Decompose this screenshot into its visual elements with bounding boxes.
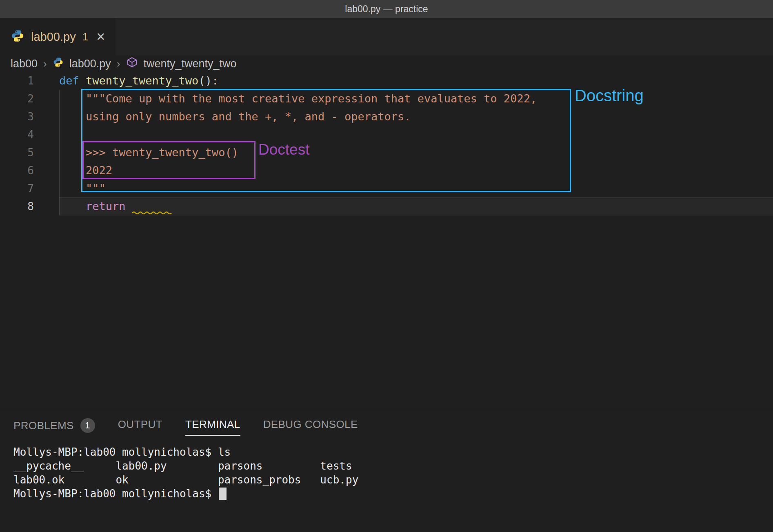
problems-count-badge: 1 xyxy=(80,418,95,433)
window-titlebar: lab00.py — practice xyxy=(0,0,773,18)
tab-lab00[interactable]: lab00.py 1 × xyxy=(0,18,116,55)
line-number: 2 xyxy=(0,90,59,108)
code-token: (): xyxy=(198,74,218,87)
line-number: 7 xyxy=(0,180,59,197)
panel-tab-terminal[interactable]: TERMINAL xyxy=(185,418,240,436)
window-title: lab00.py — practice xyxy=(345,4,428,15)
tab-close-icon[interactable]: × xyxy=(96,29,105,44)
panel-tab-label: PROBLEMS xyxy=(13,419,74,432)
code-token: """ xyxy=(59,182,106,195)
line-number: 8 xyxy=(0,197,59,215)
code-token: twenty_twenty_two xyxy=(86,74,198,87)
code-line[interactable]: 1def twenty_twenty_two(): xyxy=(0,72,773,90)
line-number: 3 xyxy=(0,108,59,126)
line-number: 6 xyxy=(0,162,59,180)
code-token xyxy=(126,200,132,213)
terminal-line: lab00.ok ok parsons_probs ucb.py xyxy=(13,473,773,487)
terminal-cursor xyxy=(219,488,227,500)
chevron-right-icon: › xyxy=(117,58,120,70)
tab-problem-count: 1 xyxy=(82,31,88,43)
breadcrumb-folder[interactable]: lab00 xyxy=(11,58,38,70)
code-line[interactable]: 2 """Come up with the most creative expr… xyxy=(0,90,773,108)
symbol-cube-icon xyxy=(126,56,138,71)
code-token: return xyxy=(86,200,126,213)
breadcrumb-file[interactable]: lab00.py xyxy=(69,58,111,70)
tab-filename: lab00.py xyxy=(31,30,76,44)
code-line[interactable]: 3 using only numbers and the +, *, and -… xyxy=(0,108,773,126)
panel-tab-label: OUTPUT xyxy=(118,418,162,431)
line-number: 4 xyxy=(0,126,59,144)
code-editor[interactable]: 1def twenty_twenty_two():2 """Come up wi… xyxy=(0,72,773,409)
terminal-line: Mollys-MBP:lab00 mollynicholas$ ls xyxy=(13,445,773,459)
python-icon xyxy=(53,57,64,71)
code-token: using only numbers and the +, *, and - o… xyxy=(59,110,411,123)
code-line[interactable]: 8 return xyxy=(0,197,773,215)
bottom-panel: PROBLEMS1OUTPUTTERMINALDEBUG CONSOLE Mol… xyxy=(0,409,773,532)
code-line[interactable]: 5 >>> twenty_twenty_two() xyxy=(0,144,773,162)
code-line[interactable]: 4 xyxy=(0,126,773,144)
panel-tab-label: DEBUG CONSOLE xyxy=(263,418,358,431)
panel-tabs: PROBLEMS1OUTPUTTERMINALDEBUG CONSOLE xyxy=(0,409,773,436)
blank-answer-squiggle xyxy=(132,197,172,215)
panel-tab-label: TERMINAL xyxy=(185,418,240,431)
code-token: """Come up with the most creative expres… xyxy=(59,92,537,105)
terminal-output[interactable]: Mollys-MBP:lab00 mollynicholas$ ls__pyca… xyxy=(0,436,773,501)
code-line[interactable]: 7 """ xyxy=(0,180,773,197)
chevron-right-icon: › xyxy=(43,58,47,70)
line-number: 5 xyxy=(0,144,59,162)
code-token: >>> twenty_twenty_two() xyxy=(59,146,238,159)
code-lines[interactable]: 1def twenty_twenty_two():2 """Come up wi… xyxy=(0,72,773,215)
python-icon xyxy=(11,29,24,44)
terminal-line: __pycache__ lab00.py parsons tests xyxy=(13,459,773,473)
code-token xyxy=(59,200,86,213)
editor-tabstrip: lab00.py 1 × xyxy=(0,18,773,55)
panel-tab-problems[interactable]: PROBLEMS1 xyxy=(13,418,95,438)
terminal-line: Mollys-MBP:lab00 mollynicholas$ xyxy=(13,487,773,501)
code-line[interactable]: 6 2022 xyxy=(0,162,773,180)
code-token: def xyxy=(59,74,86,87)
breadcrumb-symbol[interactable]: twenty_twenty_two xyxy=(144,58,237,70)
breadcrumb: lab00 › lab00.py › twenty_twenty_two xyxy=(0,55,773,72)
code-token: 2022 xyxy=(59,164,112,177)
panel-tab-output[interactable]: OUTPUT xyxy=(118,418,162,436)
panel-tab-debug-console[interactable]: DEBUG CONSOLE xyxy=(263,418,358,436)
line-number: 1 xyxy=(0,72,59,90)
